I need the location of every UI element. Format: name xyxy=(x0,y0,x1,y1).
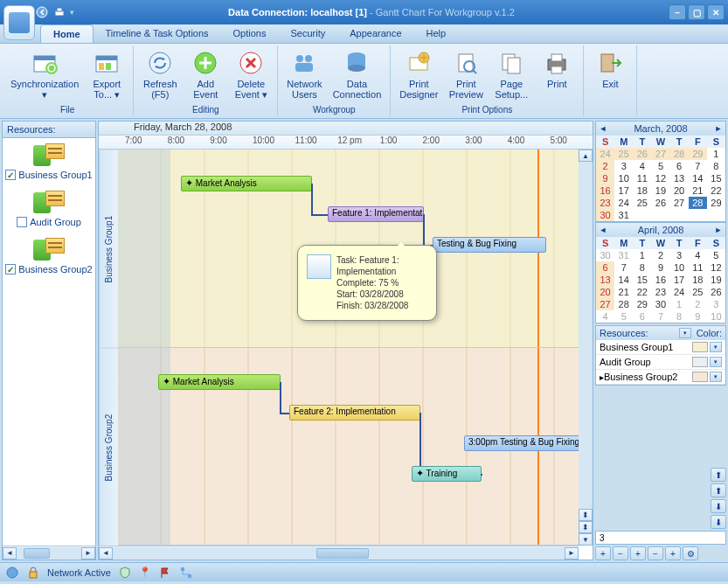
cal-day[interactable]: 8 xyxy=(633,261,651,274)
chevron-down-icon[interactable]: ▾ xyxy=(710,342,722,352)
plus2-button[interactable]: + xyxy=(630,546,646,560)
print-designer-button[interactable]: PrintDesigner xyxy=(396,47,441,101)
print-preview-button[interactable]: PrintPreview xyxy=(445,47,487,101)
cal-day[interactable]: 2 xyxy=(689,298,707,310)
cal-day[interactable]: 5 xyxy=(707,249,725,261)
network-users-button[interactable]: NetworkUsers xyxy=(283,47,325,101)
gantt-task[interactable]: ✦ Training xyxy=(412,466,482,482)
cal-day[interactable]: 29 xyxy=(707,197,725,209)
cal-day[interactable]: 15 xyxy=(707,172,725,184)
print-quick-icon[interactable] xyxy=(52,5,66,19)
cal-day[interactable]: 18 xyxy=(689,274,707,286)
legend-row[interactable]: ▸ Business Group2▾ xyxy=(596,370,725,385)
gantt-task[interactable]: ✦ Market Analysis xyxy=(158,374,281,390)
delete-event-button[interactable]: DeleteEvent ▾ xyxy=(230,47,272,101)
config-button[interactable]: ⚙ xyxy=(683,546,698,560)
cal-day[interactable]: 30 xyxy=(651,298,669,310)
cal-day[interactable]: 12 xyxy=(707,261,725,274)
cal-day[interactable]: 10 xyxy=(614,172,633,184)
minus2-button[interactable]: − xyxy=(648,546,663,560)
cal-day[interactable]: 5 xyxy=(614,310,633,323)
legend-row[interactable]: Audit Group▾ xyxy=(596,355,725,370)
cal-day[interactable]: 28 xyxy=(670,148,689,160)
cal-day[interactable]: 31 xyxy=(614,209,633,221)
cal-day[interactable]: 14 xyxy=(614,274,633,286)
cal-day[interactable]: 6 xyxy=(670,160,689,172)
cal-day[interactable]: 1 xyxy=(633,249,651,261)
cal-day[interactable]: 16 xyxy=(651,274,669,286)
cal-day[interactable]: 9 xyxy=(596,172,614,184)
resource-item[interactable]: ✓Business Group2 xyxy=(4,238,94,275)
cal-day[interactable]: 7 xyxy=(689,160,707,172)
cal-day[interactable]: 25 xyxy=(633,197,651,209)
cal-day[interactable]: 23 xyxy=(651,286,669,298)
cal-day[interactable]: 16 xyxy=(596,184,614,197)
cal-day[interactable]: 8 xyxy=(670,310,689,323)
maximize-button[interactable]: ▢ xyxy=(688,4,705,20)
tab-home[interactable]: Home xyxy=(40,24,94,43)
print-button[interactable]: Print xyxy=(536,47,578,91)
chevron-down-icon[interactable]: ▾ xyxy=(710,357,722,367)
cal-day[interactable]: 31 xyxy=(614,249,633,261)
cal-day[interactable]: 7 xyxy=(614,261,633,274)
gantt-task[interactable]: Feature 2: Implementation xyxy=(289,405,420,421)
export-to--button[interactable]: ExportTo... ▾ xyxy=(86,47,128,101)
nav-down2-button[interactable]: ⬇ xyxy=(711,515,726,529)
plus3-button[interactable]: + xyxy=(665,546,681,560)
cal-day[interactable]: 26 xyxy=(633,148,651,160)
cal-day[interactable]: 29 xyxy=(689,148,707,160)
minimize-button[interactable]: – xyxy=(669,4,686,20)
nav-up-button[interactable]: ⬆ xyxy=(711,468,726,482)
cal-day[interactable]: 9 xyxy=(689,310,707,323)
cal-day[interactable]: 10 xyxy=(707,310,725,323)
resource-checkbox[interactable]: ✓ xyxy=(5,264,16,275)
cal-day[interactable]: 9 xyxy=(651,261,669,274)
cal-day[interactable]: 11 xyxy=(689,261,707,274)
cal-day[interactable]: 30 xyxy=(596,249,614,261)
cal-day[interactable]: 19 xyxy=(651,184,669,197)
add-event-button[interactable]: AddEvent xyxy=(184,47,226,101)
tab-security[interactable]: Security xyxy=(278,24,337,43)
cal-day[interactable]: 4 xyxy=(633,160,651,172)
cal-day[interactable]: 24 xyxy=(596,148,614,160)
cal-day[interactable]: 5 xyxy=(651,160,669,172)
cal-day[interactable]: 27 xyxy=(651,148,669,160)
cal-prev-icon[interactable]: ◄ xyxy=(598,226,608,234)
cal-day[interactable]: 21 xyxy=(614,286,633,298)
cal-day[interactable]: 24 xyxy=(614,197,633,209)
refresh-f--button[interactable]: Refresh(F5) xyxy=(139,47,181,101)
cal-day[interactable]: 15 xyxy=(633,274,651,286)
cal-day[interactable]: 1 xyxy=(670,298,689,310)
gantt-task[interactable]: ✦ Market Analysis xyxy=(181,176,312,191)
cal-day[interactable]: 6 xyxy=(596,261,614,274)
cal-day[interactable]: 4 xyxy=(596,310,614,323)
cal-day[interactable]: 12 xyxy=(651,172,669,184)
cal-day[interactable]: 2 xyxy=(651,249,669,261)
cal-day[interactable]: 23 xyxy=(596,197,614,209)
data-connection-button[interactable]: DataConnection xyxy=(329,47,385,101)
back-icon[interactable] xyxy=(35,5,49,19)
cal-day[interactable]: 1 xyxy=(707,148,725,160)
numeric-input[interactable] xyxy=(595,531,726,545)
cal-prev-icon[interactable]: ◄ xyxy=(598,124,608,133)
gantt-chart[interactable]: Friday, March 28, 2008 7:008:009:0010:00… xyxy=(98,121,593,560)
resource-item[interactable]: ✓Business Group1 xyxy=(4,143,94,180)
chevron-down-icon[interactable]: ▾ xyxy=(710,372,722,382)
page-setup--button[interactable]: PageSetup... xyxy=(490,47,532,101)
cal-day[interactable]: 3 xyxy=(707,298,725,310)
cal-day[interactable]: 4 xyxy=(689,249,707,261)
tab-options[interactable]: Options xyxy=(221,24,279,43)
legend-dd-icon[interactable]: ▾ xyxy=(679,328,691,338)
cal-day[interactable]: 3 xyxy=(670,249,689,261)
nav-down-button[interactable]: ⬇ xyxy=(711,499,726,513)
gantt-task[interactable]: 3:00pm Testing & Bug Fixing xyxy=(464,435,586,451)
cal-day[interactable]: 14 xyxy=(689,172,707,184)
cal-day[interactable]: 8 xyxy=(707,160,725,172)
cal-day[interactable]: 3 xyxy=(614,160,633,172)
cal-day[interactable]: 20 xyxy=(596,286,614,298)
synchronization-button[interactable]: Synchronization ▾ xyxy=(7,47,82,101)
minus-button[interactable]: − xyxy=(613,546,628,560)
cal-day[interactable]: 21 xyxy=(689,184,707,197)
tab-timeline-task-options[interactable]: Timeline & Task Options xyxy=(94,24,221,43)
nav-up2-button[interactable]: ⬆ xyxy=(711,483,726,497)
